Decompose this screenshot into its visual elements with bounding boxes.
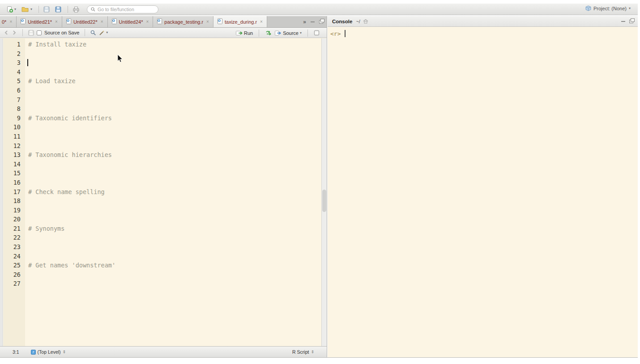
- code-line: [25, 86, 321, 95]
- chevron-down-icon: ▾: [106, 31, 108, 34]
- goto-file-input[interactable]: [98, 7, 151, 12]
- editor-tab[interactable]: package_testing.r ×: [153, 16, 213, 27]
- line-number: 23: [4, 242, 25, 252]
- code-line: [25, 49, 321, 59]
- line-number: 18: [4, 196, 25, 206]
- file-type-selector[interactable]: R Script ⇕: [292, 349, 314, 355]
- tab-overflow-button[interactable]: »: [303, 19, 306, 25]
- chevron-down-icon: ▾: [30, 8, 32, 11]
- code-line: # Synonyms: [25, 224, 321, 233]
- tab-close-button[interactable]: ×: [146, 19, 149, 24]
- maximize-pane-icon[interactable]: [629, 20, 633, 23]
- code-line: [25, 233, 321, 242]
- minimize-pane-icon[interactable]: [621, 21, 625, 22]
- code-line: # Load taxize: [25, 76, 321, 86]
- working-directory-icon[interactable]: [363, 17, 368, 25]
- console[interactable]: <r>: [328, 27, 638, 357]
- code-line: [25, 215, 321, 224]
- chevron-down-icon: ▾: [629, 7, 631, 10]
- code-line: [25, 206, 321, 215]
- tab-close-button[interactable]: ×: [260, 19, 263, 24]
- editor-tab[interactable]: Untitled21* ×: [17, 16, 62, 27]
- printer-icon: [73, 6, 80, 13]
- editor-tab[interactable]: 0* ×: [0, 16, 17, 27]
- editor-tab[interactable]: Untitled22* ×: [62, 16, 108, 27]
- line-number: 9: [4, 114, 25, 123]
- line-number: 20: [4, 215, 25, 224]
- goto-file-search[interactable]: [87, 5, 158, 13]
- tab-close-button[interactable]: ×: [9, 19, 12, 24]
- maximize-pane-icon[interactable]: [319, 20, 323, 24]
- source-icon: [275, 30, 282, 36]
- editor-code[interactable]: # Install taxize# Load taxize# Taxonomic…: [25, 38, 321, 346]
- code-comment: # Load taxize: [28, 77, 76, 85]
- r-script-file-icon: [21, 18, 26, 25]
- toolbar-divider: [85, 29, 85, 36]
- editor-gutter: 1234567891011121314151617181920212223242…: [4, 38, 25, 346]
- nav-forward-button[interactable]: [12, 30, 17, 35]
- save-icon: [28, 30, 34, 36]
- console-prompt: <r>: [330, 30, 341, 37]
- run-icon: [236, 30, 243, 36]
- scrollbar-thumb[interactable]: [322, 190, 326, 212]
- tab-label: Untitled22*: [73, 19, 98, 25]
- console-pane: Console ~/ <r>: [328, 16, 638, 357]
- tab-label: taxize_during.r: [225, 19, 257, 25]
- line-number: 1: [4, 40, 25, 49]
- editor-tab[interactable]: taxize_during.r ×: [213, 16, 267, 27]
- document-outline-button[interactable]: [314, 30, 320, 36]
- editor-tab[interactable]: Untitled24* ×: [108, 16, 154, 27]
- tab-close-button[interactable]: ×: [101, 19, 103, 24]
- code-tools-button[interactable]: ▾: [99, 30, 108, 36]
- line-number: 17: [4, 187, 25, 197]
- tab-close-button[interactable]: ×: [55, 19, 58, 24]
- code-line: [25, 252, 321, 261]
- r-script-file-icon: [157, 18, 162, 25]
- editor-vertical-scrollbar[interactable]: [321, 38, 327, 346]
- console-working-directory: ~/: [356, 19, 360, 24]
- source-pane: 0* × Untitled21* × Untitled22* ×: [0, 16, 327, 357]
- rstudio-window: ▾ ▾: [0, 0, 640, 364]
- code-line: [25, 160, 321, 169]
- chevron-down-icon: ▾: [14, 8, 16, 11]
- line-number: 19: [4, 206, 25, 215]
- folder-icon: [21, 6, 30, 13]
- print-button[interactable]: [71, 5, 81, 13]
- tab-label: Untitled24*: [119, 19, 143, 25]
- search-icon: [90, 30, 96, 36]
- code-comment: # Synonyms: [28, 225, 64, 232]
- rerun-button[interactable]: [265, 30, 272, 36]
- editor-tabs: 0* × Untitled21* × Untitled22* ×: [0, 16, 327, 28]
- code-editor[interactable]: 1234567891011121314151617181920212223242…: [0, 38, 327, 346]
- code-line: # Taxonomic identifiers: [25, 114, 321, 123]
- code-comment: # Install taxize: [28, 41, 86, 48]
- save-all-button[interactable]: [53, 5, 63, 13]
- save-document-button[interactable]: [28, 30, 34, 36]
- line-number: 11: [4, 132, 25, 141]
- nav-back-button[interactable]: [4, 30, 9, 35]
- mouse-pointer: [117, 55, 123, 63]
- r-script-file-icon: [112, 18, 117, 25]
- line-number: 27: [4, 279, 25, 288]
- line-number: 7: [4, 95, 25, 105]
- tab-close-button[interactable]: ×: [206, 19, 209, 24]
- scope-selector[interactable]: f (Top Level) ⇕: [31, 349, 66, 355]
- code-line: [25, 196, 321, 206]
- save-button[interactable]: [42, 5, 51, 13]
- code-line: [25, 104, 321, 114]
- new-file-button[interactable]: ▾: [4, 5, 18, 14]
- code-line: [25, 242, 321, 252]
- line-number: 13: [4, 150, 25, 160]
- line-number: 12: [4, 141, 25, 151]
- find-replace-button[interactable]: [90, 30, 96, 36]
- source-button[interactable]: Source ▾: [275, 30, 302, 36]
- line-number: 16: [4, 178, 25, 187]
- project-label: Project: (None): [593, 6, 627, 11]
- minimize-pane-icon[interactable]: [311, 21, 315, 22]
- back-arrow-icon: [4, 30, 9, 35]
- run-button[interactable]: Run: [236, 30, 253, 36]
- project-selector[interactable]: Project: (None) ▾: [585, 5, 631, 11]
- source-on-save-checkbox[interactable]: [37, 30, 42, 35]
- text-caret: [27, 59, 28, 66]
- open-file-button[interactable]: ▾: [20, 5, 34, 13]
